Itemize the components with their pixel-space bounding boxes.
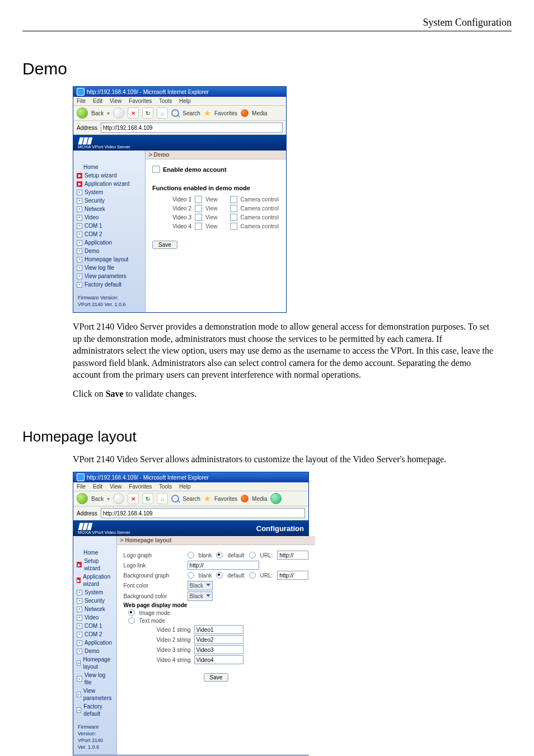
sidebar-item-setup-wizard[interactable]: ▶Setup wizard <box>73 171 145 180</box>
history-icon[interactable] <box>270 493 282 504</box>
sidebar-item-label: Application <box>85 239 112 246</box>
sidebar-item-label: Homepage layout <box>85 256 128 263</box>
video3-cam-checkbox[interactable] <box>230 214 237 221</box>
back-icon[interactable] <box>77 107 88 119</box>
sidebar-item-view-parameters[interactable]: +View parameters <box>73 272 145 280</box>
functions-heading: Functions enabled in demo mode <box>152 185 279 191</box>
video2-string-input[interactable] <box>194 635 243 644</box>
view-label: View <box>205 196 218 203</box>
bg-graph-label: Background graph <box>124 572 183 579</box>
video2-cam-checkbox[interactable] <box>230 205 237 212</box>
media-icon[interactable] <box>241 495 249 503</box>
sidebar-item-setup-wizard[interactable]: ▶Setup wizard <box>73 557 116 572</box>
sidebar-item-application-wizard[interactable]: ▶Application wizard <box>73 572 116 588</box>
favorites-icon[interactable]: ★ <box>204 109 211 117</box>
video1-string-label: Video 1 string <box>124 627 191 633</box>
breadcrumb: > Homepage layout <box>117 536 316 545</box>
media-label[interactable]: Media <box>252 110 267 116</box>
address-input[interactable] <box>101 508 305 518</box>
home-icon[interactable]: ⌂ <box>157 493 168 504</box>
bg-graph-url-input[interactable] <box>277 571 308 580</box>
address-label: Address <box>77 125 97 131</box>
logo-graph-url-input[interactable] <box>277 551 308 560</box>
bg-graph-default-radio[interactable] <box>216 572 223 579</box>
search-label[interactable]: Search <box>182 110 200 116</box>
logo-link-input[interactable] <box>188 561 259 570</box>
logo-graph-default-radio[interactable] <box>216 552 223 558</box>
menu-tools[interactable]: Tools <box>159 98 172 104</box>
sidebar-item-label: Application wizard <box>85 180 130 187</box>
text-mode-radio[interactable] <box>128 617 135 624</box>
favorites-label[interactable]: Favorites <box>214 110 237 116</box>
refresh-icon[interactable]: ↻ <box>142 107 153 119</box>
sidebar-item-system[interactable]: +System <box>73 188 145 196</box>
sidebar-item-application-wizard[interactable]: ▶Application wizard <box>73 180 145 188</box>
video3-view-checkbox[interactable] <box>195 214 202 221</box>
video1-cam-checkbox[interactable] <box>230 196 237 203</box>
ie-menubar[interactable]: File Edit View Favorites Tools Help <box>73 97 286 106</box>
back-label[interactable]: Back <box>91 110 104 116</box>
video4-string-input[interactable] <box>194 655 243 664</box>
breadcrumb: > Demo <box>146 151 286 159</box>
sidebar-item-home[interactable]: Home <box>73 163 145 171</box>
bg-color-label: Background color <box>124 593 183 599</box>
save-button[interactable]: Save <box>152 241 177 249</box>
video4-label: Video 4 <box>152 223 191 229</box>
video2-view-checkbox[interactable] <box>195 205 202 212</box>
sidebar-item-label: Home <box>83 163 99 171</box>
sidebar-item-network[interactable]: +Network <box>73 205 145 213</box>
menu-edit[interactable]: Edit <box>93 98 102 104</box>
sidebar-item-factory-default[interactable]: +Factory default <box>73 280 145 289</box>
enable-demo-label: Enable demo account <box>163 166 227 173</box>
ie-menubar[interactable]: File Edit View Favorites Tools Help <box>73 482 308 491</box>
menu-help[interactable]: Help <box>179 98 191 104</box>
save-button[interactable]: Save <box>204 673 229 682</box>
image-mode-radio[interactable] <box>128 609 135 616</box>
search-icon[interactable] <box>171 109 179 117</box>
home-icon[interactable]: ⌂ <box>157 107 168 119</box>
sidebar: Home ▶Setup wizard ▶Application wizard +… <box>73 536 117 755</box>
menu-file[interactable]: File <box>77 98 86 104</box>
video1-view-checkbox[interactable] <box>195 196 202 203</box>
video1-label: Video 1 <box>152 196 191 203</box>
enable-demo-checkbox[interactable] <box>152 166 160 173</box>
logo-graph-blank-radio[interactable] <box>188 552 194 558</box>
video4-view-checkbox[interactable] <box>195 223 202 230</box>
forward-icon[interactable] <box>113 493 124 504</box>
search-icon[interactable] <box>171 495 179 503</box>
stop-icon[interactable]: ✕ <box>128 493 139 504</box>
menu-view[interactable]: View <box>110 98 122 104</box>
video1-string-input[interactable] <box>194 625 243 634</box>
ie-toolbar: Back ▾ ✕ ↻ ⌂ Search ★ Favorites Media <box>73 491 308 506</box>
sidebar-item-com2[interactable]: +COM 2 <box>73 230 145 238</box>
video4-cam-checkbox[interactable] <box>230 223 237 230</box>
sidebar-item-demo[interactable]: +Demo <box>73 247 145 255</box>
display-mode-heading: Web page display mode <box>124 602 188 608</box>
menu-favorites[interactable]: Favorites <box>129 98 152 104</box>
sidebar-item-video[interactable]: +Video <box>73 213 145 222</box>
media-icon[interactable] <box>241 109 249 117</box>
sidebar-item-view-log-file[interactable]: +View log file <box>73 264 145 272</box>
logo-graph-url-radio[interactable] <box>249 552 256 558</box>
ie-title-text: http://192.168.4.109/ - Microsoft Intern… <box>87 475 209 481</box>
bg-color-select[interactable]: Black <box>188 591 213 601</box>
sidebar-item-application[interactable]: +Application <box>73 238 145 247</box>
sidebar-item-label: Demo <box>85 247 100 255</box>
favorites-icon[interactable]: ★ <box>204 495 211 503</box>
video3-label: Video 3 <box>152 214 191 220</box>
address-input[interactable] <box>101 123 283 133</box>
sidebar-item-home[interactable]: Home <box>73 548 116 557</box>
font-color-select[interactable]: Black <box>188 581 213 590</box>
video3-string-input[interactable] <box>194 645 243 654</box>
stop-icon[interactable]: ✕ <box>128 107 139 119</box>
refresh-icon[interactable]: ↻ <box>142 493 153 504</box>
homepage-screenshot: http://192.168.4.109/ - Microsoft Intern… <box>73 472 512 755</box>
sidebar-item-com1[interactable]: +COM 1 <box>73 222 145 230</box>
sidebar-item-homepage-layout[interactable]: +Homepage layout <box>73 255 145 264</box>
header-rule <box>22 31 512 31</box>
forward-icon[interactable] <box>113 107 124 119</box>
bg-graph-blank-radio[interactable] <box>188 572 194 579</box>
back-icon[interactable] <box>77 493 88 504</box>
bg-graph-url-radio[interactable] <box>249 572 256 579</box>
sidebar-item-security[interactable]: +Security <box>73 196 145 205</box>
